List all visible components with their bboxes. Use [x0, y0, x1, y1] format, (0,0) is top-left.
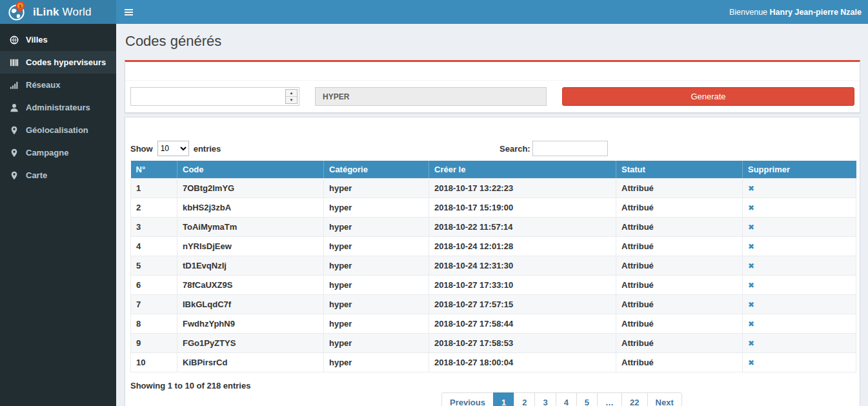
cell-status: Attribué — [616, 236, 743, 256]
delete-icon[interactable]: ✖ — [748, 281, 754, 290]
delete-icon[interactable]: ✖ — [748, 358, 754, 367]
globe-pin-logo-icon: $ — [7, 1, 27, 24]
column-header-num[interactable]: N° — [131, 161, 177, 178]
sidebar-item-codes-hyperviseurs[interactable]: Codes hyperviseurs — [0, 51, 116, 74]
cell-status: Attribué — [616, 217, 743, 236]
map-marker-icon — [10, 171, 19, 180]
cell-code: 78fCaUXZ9S — [177, 275, 324, 294]
cell-category: hyper — [324, 314, 429, 333]
column-header-categorie[interactable]: Catégorie — [324, 161, 429, 178]
cell-status: Attribué — [616, 198, 743, 217]
cell-num: 2 — [131, 198, 177, 217]
cell-category: hyper — [324, 294, 429, 314]
pagination-page-1[interactable]: 1 — [493, 392, 514, 406]
sidebar-item-reseaux[interactable]: Réseaux — [0, 74, 116, 96]
delete-icon[interactable]: ✖ — [748, 184, 754, 193]
cell-code: FwdhzYphN9 — [177, 314, 324, 333]
sidebar-item-villes[interactable]: Villes — [0, 28, 116, 51]
pagination-page-22[interactable]: 22 — [621, 392, 647, 406]
sidebar-toggle-icon[interactable] — [116, 0, 141, 24]
welcome-message: Bienvenue Hanry Jean-pierre Nzale — [729, 8, 868, 17]
brand-logo[interactable]: $ iLink World — [0, 0, 116, 24]
signal-bars-icon — [10, 81, 19, 90]
cell-created: 2018-10-27 17:33:10 — [429, 275, 616, 294]
cell-code: FGo1PyZTYS — [177, 333, 324, 352]
sidebar-item-carte[interactable]: Carte — [0, 164, 116, 187]
codes-table: N° Code Catégorie Créer le Statut Suppri… — [130, 161, 856, 372]
cell-num: 3 — [131, 217, 177, 236]
cell-code: 7OBtg2ImYG — [177, 178, 324, 198]
cell-code: kbHS2j3zbA — [177, 198, 324, 217]
sidebar-item-campagne[interactable]: Campagne — [0, 141, 116, 164]
main-content: Codes générés ▲ ▼ Generate Show 10 ent — [116, 24, 868, 406]
generate-form-box: ▲ ▼ Generate — [125, 60, 860, 113]
spinner-down-icon[interactable]: ▼ — [286, 97, 297, 103]
sidebar-item-label: Villes — [26, 35, 48, 45]
welcome-prefix: Bienvenue — [729, 8, 770, 17]
column-header-creer-le[interactable]: Créer le — [429, 161, 616, 178]
column-header-statut[interactable]: Statut — [616, 161, 743, 178]
welcome-user-name: Hanry Jean-pierre Nzale — [770, 8, 862, 17]
svg-text:$: $ — [19, 3, 22, 8]
cell-num: 9 — [131, 333, 177, 352]
delete-icon[interactable]: ✖ — [748, 300, 754, 309]
cell-status: Attribué — [616, 178, 743, 198]
delete-icon[interactable]: ✖ — [748, 223, 754, 232]
quantity-input[interactable] — [131, 88, 284, 105]
delete-icon[interactable]: ✖ — [748, 261, 754, 270]
cell-category: hyper — [324, 352, 429, 372]
table-row: 8 FwdhzYphN9 hyper 2018-10-27 17:58:44 A… — [131, 314, 856, 333]
spinner-up-icon[interactable]: ▲ — [286, 90, 297, 97]
pagination: Previous 1 2 3 4 5 … 22 Next — [441, 392, 682, 406]
form-box-body: ▲ ▼ Generate — [125, 81, 860, 112]
delete-icon[interactable]: ✖ — [748, 242, 754, 251]
table-controls: Show 10 entries Search: — [130, 141, 854, 156]
navbar: Bienvenue Hanry Jean-pierre Nzale — [116, 0, 868, 24]
cell-status: Attribué — [616, 256, 743, 275]
delete-icon[interactable]: ✖ — [748, 203, 754, 212]
map-marker-icon — [10, 148, 19, 157]
pagination-previous-button[interactable]: Previous — [441, 392, 494, 406]
column-header-code[interactable]: Code — [177, 161, 324, 178]
table-row: 4 nYRIsDjEew hyper 2018-10-24 12:01:28 A… — [131, 236, 856, 256]
column-header-supprimer[interactable]: Supprimer — [743, 161, 856, 178]
category-field[interactable] — [315, 87, 547, 106]
sidebar-item-label: Réseaux — [26, 80, 60, 90]
table-header-row: N° Code Catégorie Créer le Statut Suppri… — [131, 161, 856, 178]
pagination-page-4[interactable]: 4 — [556, 392, 577, 406]
table-row: 3 ToAiMymaTm hyper 2018-10-22 11:57:14 A… — [131, 217, 856, 236]
delete-icon[interactable]: ✖ — [748, 320, 754, 329]
table-row: 9 FGo1PyZTYS hyper 2018-10-27 17:58:53 A… — [131, 333, 856, 352]
cell-code: IBkGLqdC7f — [177, 294, 324, 314]
cell-category: hyper — [324, 217, 429, 236]
table-row: 6 78fCaUXZ9S hyper 2018-10-27 17:33:10 A… — [131, 275, 856, 294]
cell-created: 2018-10-22 11:57:14 — [429, 217, 616, 236]
pagination-page-5[interactable]: 5 — [576, 392, 598, 406]
delete-icon[interactable]: ✖ — [748, 339, 754, 348]
cell-num: 7 — [131, 294, 177, 314]
sidebar-item-label: Géolocalisation — [26, 125, 88, 135]
search-input[interactable] — [532, 141, 608, 156]
sidebar-item-label: Carte — [26, 170, 47, 180]
globe-icon — [10, 36, 19, 45]
cell-created: 2018-10-24 12:31:30 — [429, 256, 616, 275]
sidebar-item-administrateurs[interactable]: Administrateurs — [0, 96, 116, 119]
cell-created: 2018-10-17 13:22:23 — [429, 178, 616, 198]
cell-code: ToAiMymaTm — [177, 217, 324, 236]
pagination-page-3[interactable]: 3 — [534, 392, 556, 406]
quantity-stepper: ▲ ▼ — [130, 87, 299, 106]
cell-created: 2018-10-24 12:01:28 — [429, 236, 616, 256]
page-title: Codes générés — [125, 33, 860, 50]
pagination-next-button[interactable]: Next — [647, 392, 682, 406]
map-marker-icon — [10, 126, 19, 135]
page-length-select[interactable]: 10 — [157, 141, 189, 156]
sidebar-item-geolocalisation[interactable]: Géolocalisation — [0, 119, 116, 141]
sidebar-item-label: Administrateurs — [26, 103, 90, 112]
pagination-ellipsis: … — [597, 392, 622, 406]
cell-category: hyper — [324, 198, 429, 217]
cell-status: Attribué — [616, 275, 743, 294]
brand-title: iLink World — [33, 6, 92, 19]
pagination-page-2[interactable]: 2 — [514, 392, 535, 406]
cell-category: hyper — [324, 333, 429, 352]
generate-button[interactable]: Generate — [562, 87, 854, 106]
